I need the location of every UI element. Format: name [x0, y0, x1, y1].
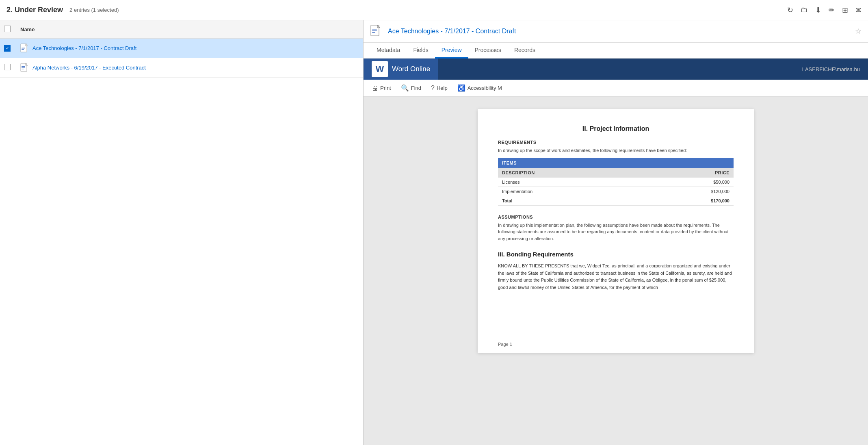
accessibility-button[interactable]: ♿ Accessibility M	[457, 84, 502, 92]
requirements-section: REQUIREMENTS In drawing up the scope of …	[498, 140, 734, 206]
document-header-icon	[370, 25, 383, 38]
accessibility-label: Accessibility M	[468, 85, 502, 91]
tab-processes[interactable]: Processes	[468, 43, 508, 59]
folder-icon[interactable]: 🗀	[801, 6, 808, 14]
document-title: Ace Technologies - 7/1/2017 - Contract D…	[388, 28, 850, 35]
download-icon[interactable]: ⬇	[815, 6, 821, 15]
row1-link[interactable]: Ace Technologies - 7/1/2017 - Contract D…	[32, 45, 136, 51]
svg-rect-7	[22, 69, 24, 69]
svg-rect-2	[22, 48, 25, 48]
print-icon: 🖨	[372, 85, 378, 92]
left-panel: Name Ace Technologies - 7/1/	[0, 20, 364, 445]
help-button[interactable]: ? Help	[431, 85, 448, 92]
document-tabs: Metadata Fields Preview Processes Record…	[364, 43, 868, 59]
right-panel: Ace Technologies - 7/1/2017 - Contract D…	[364, 20, 868, 445]
item-row-1: Licenses $50,000	[498, 178, 734, 187]
find-button[interactable]: 🔍 Find	[401, 84, 421, 92]
header-checkbox-col	[4, 26, 20, 33]
doc-icon-1	[20, 43, 29, 53]
word-online-bar: W Word Online LASERFICHE\marisa.hu	[364, 59, 868, 80]
svg-rect-10	[372, 30, 377, 31]
items-header: ITEMS	[498, 158, 734, 168]
tab-preview[interactable]: Preview	[435, 43, 468, 59]
row2-name-col: Alpha Networks - 6/19/2017 - Executed Co…	[20, 63, 359, 73]
main-layout: Name Ace Technologies - 7/1/	[0, 20, 868, 445]
top-bar: 2. Under Review 2 entries (1 selected) ↻…	[0, 0, 868, 20]
page-number: Page 1	[498, 342, 512, 347]
requirements-title: REQUIREMENTS	[498, 140, 734, 145]
doc-icon-2	[20, 63, 29, 73]
item-row-2: Implementation $120,000	[498, 187, 734, 196]
preview-toolbar: 🖨 Print 🔍 Find ? Help ♿ Accessibility M	[364, 80, 868, 97]
item-1-desc: Licenses	[498, 178, 641, 187]
document-page: II. Project Information REQUIREMENTS In …	[478, 109, 754, 353]
col-price: PRICE	[641, 168, 734, 178]
print-button[interactable]: 🖨 Print	[372, 85, 391, 92]
row2-checkbox[interactable]	[4, 64, 11, 70]
item-2-desc: Implementation	[498, 187, 641, 196]
svg-rect-9	[372, 29, 377, 30]
item-row-total: Total $170,000	[498, 196, 734, 205]
find-icon: 🔍	[401, 84, 409, 92]
help-label: Help	[437, 85, 448, 91]
accessibility-icon: ♿	[457, 84, 465, 92]
svg-rect-1	[22, 47, 25, 47]
tab-fields[interactable]: Fields	[407, 43, 435, 59]
total-desc: Total	[498, 196, 641, 205]
email-icon[interactable]: ✉	[855, 6, 862, 15]
row2-checkbox-col	[4, 64, 20, 72]
bonding-text: KNOW ALL BY THESE PRESENTS that we, Widg…	[498, 263, 734, 291]
tab-records[interactable]: Records	[508, 43, 542, 59]
row1-checkbox-col	[4, 45, 20, 52]
row1-checkbox[interactable]	[4, 45, 11, 52]
select-all-checkbox[interactable]	[4, 26, 11, 32]
name-column-header: Name	[20, 26, 359, 33]
word-icon: W	[372, 61, 388, 77]
row1-name-col: Ace Technologies - 7/1/2017 - Contract D…	[20, 43, 359, 53]
refresh-icon[interactable]: ↻	[787, 6, 793, 15]
entries-count: 2 entries (1 selected)	[69, 7, 119, 13]
toolbar-icons: ↻ 🗀 ⬇ ✏ ⊞ ✉	[787, 6, 862, 15]
document-content: II. Project Information REQUIREMENTS In …	[364, 97, 868, 445]
edit-icon[interactable]: ✏	[829, 6, 835, 15]
word-title: Word Online	[392, 65, 430, 73]
item-1-price: $50,000	[641, 178, 734, 187]
svg-rect-5	[22, 66, 25, 67]
top-bar-left: 2. Under Review 2 entries (1 selected)	[6, 6, 119, 14]
table-header: Name	[0, 20, 363, 39]
section3-title: III. Bonding Requirements	[498, 251, 734, 258]
assumptions-section: ASSUMPTIONS In drawing up this implement…	[498, 215, 734, 242]
table-row[interactable]: Alpha Networks - 6/19/2017 - Executed Co…	[0, 58, 363, 78]
right-header: Ace Technologies - 7/1/2017 - Contract D…	[364, 20, 868, 43]
page-title: 2. Under Review	[6, 6, 63, 14]
svg-rect-3	[22, 49, 24, 50]
tab-metadata[interactable]: Metadata	[370, 43, 407, 59]
section2-title: II. Project Information	[498, 125, 734, 132]
requirements-text: In drawing up the scope of work and esti…	[498, 147, 734, 154]
find-label: Find	[411, 85, 421, 91]
help-icon: ?	[431, 85, 435, 92]
svg-rect-6	[22, 67, 25, 68]
item-2-price: $120,000	[641, 187, 734, 196]
word-user: LASERFICHE\marisa.hu	[802, 66, 860, 72]
total-price: $170,000	[641, 196, 734, 205]
assumptions-text: In drawing up this implementation plan, …	[498, 222, 734, 242]
print-label: Print	[380, 85, 391, 91]
items-table: ITEMS DESCRIPTION PRICE Licenses $50,000	[498, 158, 734, 206]
word-logo-section: W Word Online	[364, 59, 438, 80]
row2-link[interactable]: Alpha Networks - 6/19/2017 - Executed Co…	[32, 65, 146, 71]
col-description: DESCRIPTION	[498, 168, 641, 178]
table-row[interactable]: Ace Technologies - 7/1/2017 - Contract D…	[0, 39, 363, 58]
word-bar-right: LASERFICHE\marisa.hu	[438, 59, 868, 80]
star-icon[interactable]: ☆	[855, 27, 862, 36]
expand-icon[interactable]: ⊞	[842, 6, 848, 15]
assumptions-title: ASSUMPTIONS	[498, 215, 734, 219]
svg-rect-11	[372, 32, 375, 33]
